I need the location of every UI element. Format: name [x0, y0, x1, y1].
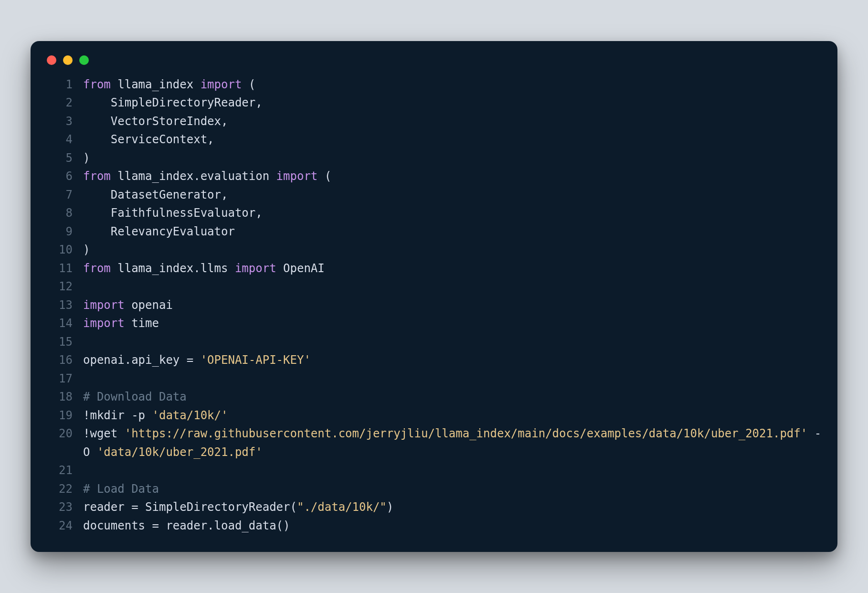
token-kw: import: [83, 317, 125, 330]
token-comment: # Load Data: [83, 482, 159, 496]
code-line: 17: [45, 370, 823, 388]
line-number: 6: [45, 167, 83, 186]
code-line: 10): [45, 241, 823, 259]
token-kw: import: [276, 169, 318, 183]
code-line: 13import openai: [45, 296, 823, 315]
token-kw: import: [235, 262, 276, 275]
line-number: 18: [45, 388, 83, 406]
token-str: 'data/10k/uber_2021.pdf': [97, 445, 263, 459]
line-source: reader = SimpleDirectoryReader("./data/1…: [83, 498, 823, 517]
token-plain: DatasetGenerator,: [83, 188, 228, 201]
token-plain: reader = SimpleDirectoryReader(: [83, 500, 297, 514]
line-source: VectorStoreIndex,: [83, 112, 823, 131]
token-plain: ): [83, 151, 90, 165]
line-number: 14: [45, 314, 83, 333]
code-line: 6from llama_index.evaluation import (: [45, 167, 823, 186]
token-plain: FaithfulnessEvaluator,: [83, 206, 263, 220]
token-plain: llama_index.llms: [111, 262, 235, 275]
token-plain: VectorStoreIndex,: [83, 115, 228, 128]
line-source: from llama_index.evaluation import (: [83, 167, 823, 186]
line-source: openai.api_key = 'OPENAI-API-KEY': [83, 351, 823, 370]
code-line: 1from llama_index import (: [45, 75, 823, 94]
line-number: 19: [45, 406, 83, 425]
token-kw: from: [83, 262, 111, 275]
line-source: from llama_index import (: [83, 75, 823, 94]
line-source: [83, 333, 823, 351]
line-source: documents = reader.load_data(): [83, 517, 823, 535]
line-source: FaithfulnessEvaluator,: [83, 204, 823, 222]
code-editor: 1from llama_index import (2 SimpleDirect…: [45, 75, 823, 535]
code-line: 15: [45, 333, 823, 351]
line-source: !wget 'https://raw.githubusercontent.com…: [83, 424, 823, 461]
code-line: 5): [45, 149, 823, 168]
token-plain: openai: [125, 298, 173, 312]
line-source: ): [83, 241, 823, 259]
line-source: # Download Data: [83, 388, 823, 406]
token-plain: (: [242, 78, 255, 91]
line-number: 5: [45, 149, 83, 168]
line-number: 23: [45, 498, 83, 517]
line-number: 13: [45, 296, 83, 315]
token-comment: # Download Data: [83, 390, 187, 403]
line-number: 16: [45, 351, 83, 370]
token-plain: RelevancyEvaluator: [83, 225, 235, 238]
code-line: 16openai.api_key = 'OPENAI-API-KEY': [45, 351, 823, 370]
line-number: 3: [45, 112, 83, 131]
line-number: 24: [45, 517, 83, 535]
code-line: 3 VectorStoreIndex,: [45, 112, 823, 131]
line-number: 11: [45, 259, 83, 278]
code-line: 24documents = reader.load_data(): [45, 517, 823, 535]
code-line: 12: [45, 277, 823, 296]
line-number: 21: [45, 461, 83, 480]
line-source: ): [83, 149, 823, 168]
line-number: 1: [45, 75, 83, 94]
code-line: 19!mkdir -p 'data/10k/': [45, 406, 823, 425]
line-source: # Load Data: [83, 480, 823, 498]
line-number: 20: [45, 424, 83, 461]
line-source: [83, 277, 823, 296]
token-plain: llama_index.evaluation: [111, 169, 276, 183]
line-number: 2: [45, 94, 83, 112]
line-source: !mkdir -p 'data/10k/': [83, 406, 823, 425]
minimize-icon[interactable]: [63, 55, 73, 65]
line-number: 7: [45, 186, 83, 204]
token-plain: time: [125, 317, 159, 330]
token-plain: openai.api_key =: [83, 353, 201, 367]
token-kw: from: [83, 78, 111, 91]
token-plain: ServiceContext,: [83, 133, 214, 146]
code-line: 11from llama_index.llms import OpenAI: [45, 259, 823, 278]
line-number: 15: [45, 333, 83, 351]
token-str: 'data/10k/': [152, 409, 228, 422]
traffic-lights: [45, 55, 823, 65]
code-line: 20!wget 'https://raw.githubusercontent.c…: [45, 424, 823, 461]
line-number: 10: [45, 241, 83, 259]
line-source: [83, 370, 823, 388]
token-plain: (: [318, 169, 331, 183]
code-window: 1from llama_index import (2 SimpleDirect…: [31, 41, 837, 552]
token-plain: SimpleDirectoryReader,: [83, 96, 263, 109]
close-icon[interactable]: [47, 55, 56, 65]
line-source: DatasetGenerator,: [83, 186, 823, 204]
code-line: 7 DatasetGenerator,: [45, 186, 823, 204]
line-source: [83, 461, 823, 480]
token-plain: !wget: [83, 427, 125, 440]
token-plain: ): [387, 500, 393, 514]
token-plain: documents = reader.load_data(): [83, 519, 290, 532]
token-kw: import: [201, 78, 242, 91]
token-str: 'https://raw.githubusercontent.com/jerry…: [125, 427, 807, 440]
line-source: SimpleDirectoryReader,: [83, 94, 823, 112]
line-source: import openai: [83, 296, 823, 315]
code-line: 9 RelevancyEvaluator: [45, 222, 823, 241]
line-number: 8: [45, 204, 83, 222]
zoom-icon[interactable]: [79, 55, 89, 65]
token-plain: llama_index: [111, 78, 201, 91]
code-line: 2 SimpleDirectoryReader,: [45, 94, 823, 112]
code-line: 4 ServiceContext,: [45, 130, 823, 149]
line-source: RelevancyEvaluator: [83, 222, 823, 241]
token-kw: import: [83, 298, 125, 312]
code-line: 21: [45, 461, 823, 480]
line-number: 22: [45, 480, 83, 498]
code-line: 8 FaithfulnessEvaluator,: [45, 204, 823, 222]
code-line: 23reader = SimpleDirectoryReader("./data…: [45, 498, 823, 517]
token-plain: ): [83, 243, 90, 256]
